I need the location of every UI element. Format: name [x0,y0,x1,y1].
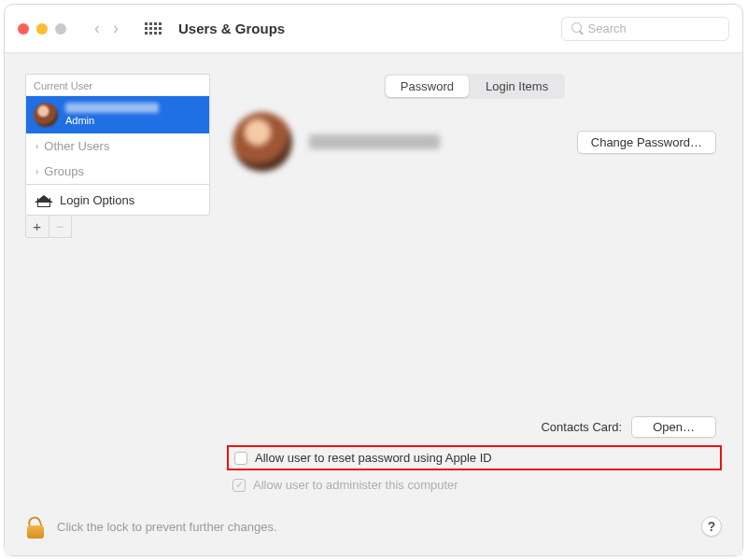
forward-button: › [113,19,119,38]
contacts-card-label: Contacts Card: [541,420,622,434]
lock-icon[interactable] [25,514,46,539]
sidebar-header-current: Current User [26,75,209,96]
preferences-window: ‹ › Users & Groups Current User [4,4,743,556]
titlebar: ‹ › Users & Groups [5,5,742,53]
contacts-card-row: Contacts Card: Open… [227,411,722,443]
login-options-button[interactable]: Login Options [26,184,209,215]
add-user-button[interactable]: + [26,216,49,237]
show-all-icon[interactable] [145,22,162,35]
tab-login-items[interactable]: Login Items [471,76,563,97]
sidebar-current-user[interactable]: Admin [26,96,209,133]
allow-reset-label: Allow user to reset password using Apple… [255,451,492,465]
user-name-redacted [65,103,159,113]
allow-admin-label: Allow user to administer this computer [253,478,458,492]
open-contacts-button[interactable]: Open… [631,416,716,438]
add-remove-controls: + − [25,216,72,238]
profile-row: Change Password… [227,112,722,172]
tab-group: Password Login Items [384,74,565,99]
help-button[interactable]: ? [701,516,722,537]
sidebar-item-label: Other Users [44,139,109,153]
sidebar-item-other-users[interactable]: › Other Users [26,133,209,159]
allow-reset-checkbox[interactable] [234,452,247,465]
nav-arrows: ‹ › [89,19,124,38]
window-title: Users & Groups [178,21,285,36]
allow-admin-row: ✓ Allow user to administer this computer [227,472,722,497]
content-area: Current User Admin › Other Users › [5,53,742,555]
close-icon[interactable] [18,23,29,35]
chevron-right-icon: › [35,166,38,176]
lock-hint-text: Click the lock to prevent further change… [57,520,277,534]
avatar-icon [34,103,58,127]
search-input[interactable] [588,21,719,35]
zoom-icon [55,23,66,35]
tab-password[interactable]: Password [386,76,469,97]
window-controls [18,23,66,35]
settings-panel: Password Login Items Change Password… Co… [227,74,722,497]
back-button[interactable]: ‹ [94,19,100,38]
search-icon [571,22,583,35]
allow-reset-row: Allow user to reset password using Apple… [227,445,722,470]
search-field[interactable] [561,17,729,41]
login-options-label: Login Options [60,193,134,207]
user-sidebar: Current User Admin › Other Users › [25,74,210,216]
chevron-right-icon: › [35,141,38,151]
remove-user-button: − [49,216,72,237]
avatar-large-icon[interactable] [233,112,292,172]
sidebar-item-label: Groups [44,164,84,178]
home-icon [35,192,52,207]
allow-admin-checkbox: ✓ [233,479,246,492]
minimize-icon[interactable] [36,23,48,35]
user-role: Admin [65,115,159,127]
footer: Click the lock to prevent further change… [5,501,742,555]
sidebar-item-groups[interactable]: › Groups [26,159,209,184]
change-password-button[interactable]: Change Password… [577,131,716,154]
user-fullname-redacted [309,134,440,149]
